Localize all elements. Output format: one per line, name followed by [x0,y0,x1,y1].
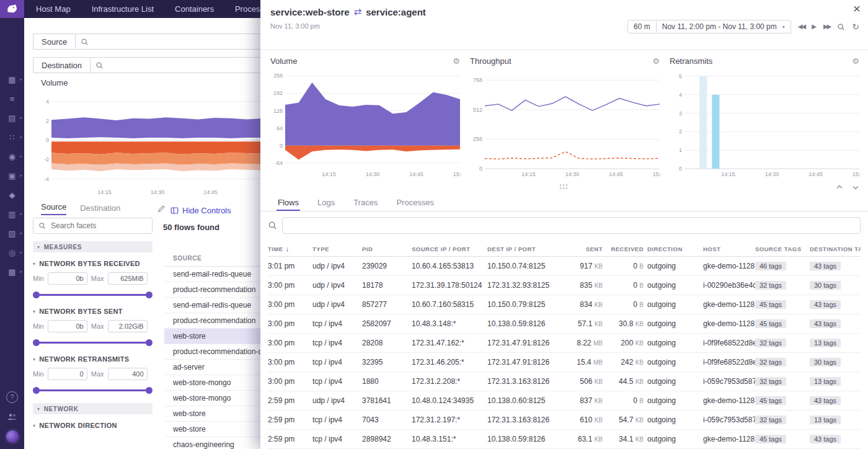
facet-group-measures[interactable]: ▾MEASURES [33,241,153,252]
rewind-icon[interactable]: ◀◀ [798,24,805,30]
refresh-icon[interactable]: ↻ [852,22,859,31]
source-tags-badge: 32 tags [755,281,786,290]
facet-range-slider[interactable] [34,386,151,394]
flow-row[interactable]: 2:59 pmtcp / ipv4289894210.48.3.151:*10.… [268,430,861,449]
play-icon[interactable]: ▶ [812,24,817,30]
gear-icon[interactable]: ⚙ [652,56,660,66]
tab-flows[interactable]: Flows [277,195,300,211]
column-header-received[interactable]: RECEIVED [606,246,647,252]
destination-tags-badge: 13 tags [810,377,841,386]
source-tags-badge: 32 tags [755,377,786,386]
cell-type: udp / ipv4 [312,300,362,309]
datadog-logo[interactable] [0,0,24,18]
flow-row[interactable]: 3:00 pmtcp / ipv428208172.31.47.162:*172… [268,334,861,353]
flow-row[interactable]: 2:59 pmudp / ipv4378164110.48.0.124:3493… [268,391,861,411]
source-tags-badge: 32 tags [755,416,786,424]
svg-text:-4: -4 [44,176,49,182]
tab-traces[interactable]: Traces [352,195,379,211]
timerange-select[interactable]: Nov 11, 2:00 pm - Nov 11, 3:00 pm ▾ [657,20,791,33]
synthetics-icon[interactable]: ◎▸ [0,243,24,262]
column-header-sent[interactable]: SENT [562,246,606,252]
column-header-type[interactable]: TYPE [312,246,362,252]
nav-item-infrastructure-list[interactable]: Infrastructure List [92,4,154,14]
column-header-direction[interactable]: DIRECTION [647,246,703,252]
svg-text:-64: -64 [275,160,283,166]
svg-text:0: 0 [479,166,482,172]
flow-row[interactable]: 3:00 pmtcp / ipv41880172.31.2.208:*172.3… [268,372,861,391]
facet-range-slider[interactable] [34,291,151,299]
facet-max-input[interactable] [108,320,148,332]
panel-resize-buttons [835,182,861,192]
tab-source[interactable]: Source [41,202,66,215]
collapse-panel-icon[interactable] [835,182,844,192]
hide-controls-button[interactable]: Hide Controls [170,206,231,215]
facet-title[interactable]: ▾NETWORK DIRECTION [33,422,153,429]
infrastructure-icon[interactable]: ≡ [0,89,24,109]
destination-filter-label[interactable]: Destination [33,57,90,73]
nav-item-host-map[interactable]: Host Map [36,4,71,14]
column-header-destination-tags[interactable]: DESTINATION TAGS [810,246,861,252]
facet-search-input[interactable] [50,221,147,231]
expand-panel-icon[interactable] [851,182,861,192]
tab-logs[interactable]: Logs [316,195,336,211]
close-icon[interactable]: × [853,1,861,16]
panel-drag-handle[interactable] [260,180,868,195]
nav-item-containers[interactable]: Containers [175,4,214,14]
cell-sent: 8.22 MB [562,339,606,347]
cell-source-ip: 172.31.2.208:* [412,377,487,386]
gear-icon[interactable]: ⚙ [453,56,460,66]
users-icon[interactable] [7,413,17,420]
facet-max-input[interactable] [108,272,148,285]
facet-group-network[interactable]: ▾NETWORK [33,403,153,414]
facet-search[interactable] [33,218,153,234]
flow-row[interactable]: 3:00 pmtcp / ipv432395172.31.46.205:*172… [268,353,861,372]
duration-select[interactable]: 60 m [627,20,657,33]
host-map-icon[interactable]: ▦▸ [0,70,24,89]
security-icon[interactable]: ▩▸ [0,262,24,282]
svg-text:2: 2 [46,118,49,124]
column-header-dest-ip-port[interactable]: DEST IP / PORT [487,246,562,252]
assistant-icon[interactable] [6,430,19,443]
help-icon[interactable]: ? [6,391,18,403]
column-header-pid[interactable]: PID [362,246,412,252]
facet-title[interactable]: ▾NETWORK BYTES SENT [33,308,153,315]
cell-source-ip: 172.31.39.178:50124 [412,281,487,290]
cell-host: i-059c7953d587 [703,416,755,424]
network-icon[interactable]: ∷▸ [0,128,24,147]
tab-processes[interactable]: Processes [395,195,435,211]
source-filter-label[interactable]: Source [33,33,75,50]
events-icon[interactable]: ▣▸ [0,166,24,185]
facet-title[interactable]: ▾NETWORK BYTES RECEIVED [33,260,153,267]
zoom-icon[interactable] [837,23,845,31]
sidebar-icons: ▦▸≡▤▸∷▸◉▸▣▸◆▥▸▧▸◎▸▩▸ [0,70,24,282]
column-header-host[interactable]: HOST [703,246,755,252]
tab-destination[interactable]: Destination [80,203,120,215]
edit-icon[interactable] [157,205,166,215]
facet-min-input[interactable] [48,320,87,332]
destination-service-link[interactable]: service:agent [366,7,426,17]
facet-range-slider[interactable] [34,339,151,347]
flow-row[interactable]: 2:59 pmtcp / ipv47043172.31.2.197:*172.3… [268,411,861,430]
facet-min-input[interactable] [48,368,87,380]
source-service-link[interactable]: service:web-store [270,7,350,17]
column-header-source-tags[interactable]: SOURCE TAGS [755,246,810,252]
cell-source-ip: 10.60.4.165:53813 [412,262,487,270]
logs-icon[interactable]: ▥▸ [0,205,24,224]
flow-row[interactable]: 3:00 pmudp / ipv485727710.60.7.160:58315… [268,295,861,314]
cell-direction: outgoing [647,300,703,309]
flow-row[interactable]: 3:00 pmtcp / ipv4258209710.48.3.148:*10.… [268,314,861,334]
metrics-icon[interactable]: ▤▸ [0,109,24,128]
flow-row[interactable]: 3:00 pmudp / ipv418178172.31.39.178:5012… [268,276,861,295]
forward-icon[interactable]: ▶▶ [823,24,830,30]
facet-max-input[interactable] [108,368,148,380]
apm-icon[interactable]: ◆ [0,185,24,205]
gear-icon[interactable]: ⚙ [852,56,859,66]
flow-search-input[interactable] [282,217,861,234]
facet-min-input[interactable] [48,272,87,285]
column-header-source-ip-port[interactable]: SOURCE IP / PORT [412,246,487,252]
watchdog-icon[interactable]: ◉▸ [0,147,24,166]
column-header-time[interactable]: TIME↓ [268,245,312,252]
notebooks-icon[interactable]: ▧▸ [0,224,24,243]
flow-row[interactable]: 3:01 pmudp / ipv423902910.60.4.165:53813… [268,257,861,276]
facet-title[interactable]: ▾NETWORK RETRANSMITS [33,355,153,363]
